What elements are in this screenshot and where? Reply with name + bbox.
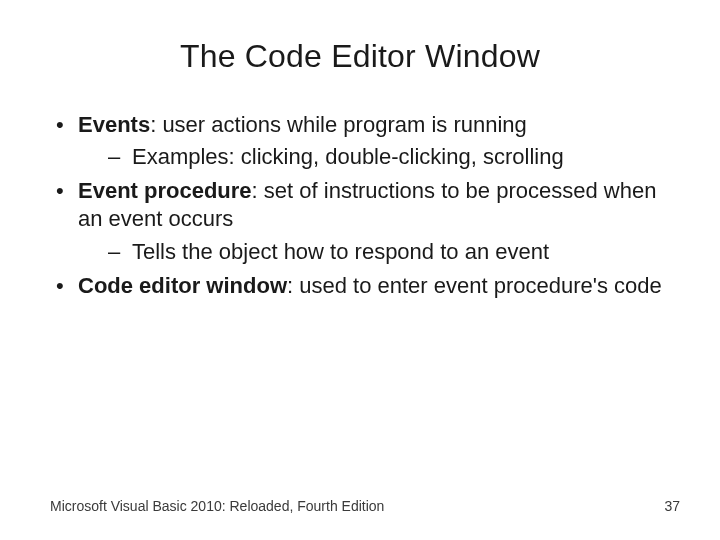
slide-body: Events: user actions while program is ru… — [0, 75, 720, 300]
bullet-rest: : used to enter event procedure's code — [287, 273, 662, 298]
slide-title: The Code Editor Window — [0, 0, 720, 75]
sub-bullet-list: Tells the object how to respond to an ev… — [78, 238, 670, 266]
bullet-rest: : user actions while program is running — [150, 112, 527, 137]
bullet-list: Events: user actions while program is ru… — [50, 111, 670, 300]
page-number: 37 — [664, 498, 680, 514]
bullet-term: Events — [78, 112, 150, 137]
bullet-item: Event procedure: set of instructions to … — [50, 177, 670, 265]
sub-bullet-list: Examples: clicking, double-clicking, scr… — [78, 143, 670, 171]
bullet-term: Code editor window — [78, 273, 287, 298]
bullet-item: Code editor window: used to enter event … — [50, 272, 670, 300]
bullet-item: Events: user actions while program is ru… — [50, 111, 670, 171]
slide: The Code Editor Window Events: user acti… — [0, 0, 720, 540]
sub-bullet-item: Tells the object how to respond to an ev… — [78, 238, 670, 266]
bullet-term: Event procedure — [78, 178, 252, 203]
footer-text: Microsoft Visual Basic 2010: Reloaded, F… — [50, 498, 384, 514]
sub-bullet-item: Examples: clicking, double-clicking, scr… — [78, 143, 670, 171]
